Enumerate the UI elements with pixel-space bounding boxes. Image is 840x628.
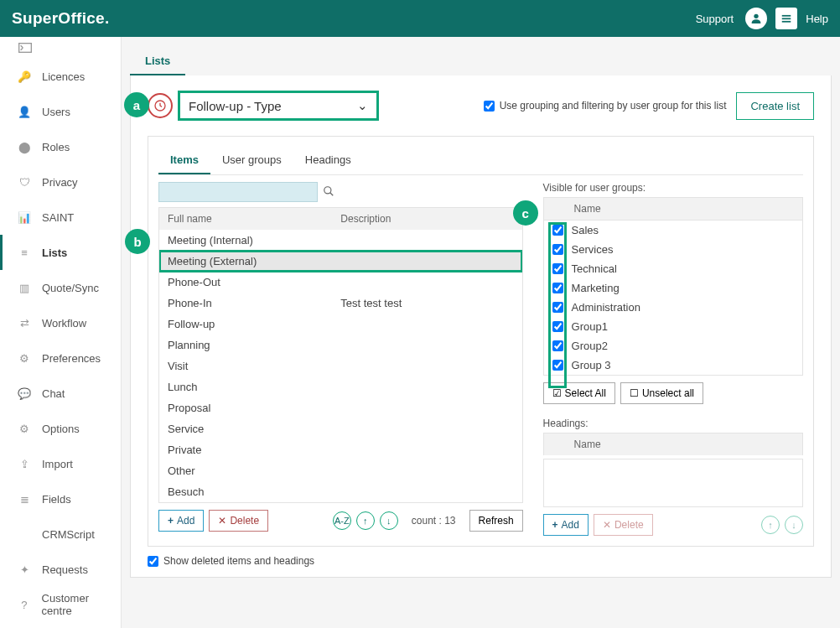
sidebar-item-requests[interactable]: ✦Requests — [0, 552, 121, 587]
sidebar-item-label: Roles — [42, 141, 70, 153]
sidebar-item-crmscript[interactable]: CRMScript — [0, 516, 121, 552]
sidebar-icon: ▥ — [15, 278, 34, 297]
user-group-checkbox[interactable] — [552, 360, 563, 371]
headings-header-name[interactable]: Name — [574, 439, 601, 450]
sidebar-item-fields[interactable]: ≣Fields — [0, 481, 121, 516]
show-deleted-input[interactable] — [148, 556, 158, 567]
sidebar-item-lists[interactable]: ≡Lists — [0, 235, 121, 270]
user-group-row[interactable]: Marketing — [544, 278, 802, 298]
sidebar-item-privacy[interactable]: 🛡Privacy — [0, 164, 121, 200]
list-item[interactable]: Visit — [159, 356, 522, 376]
svg-rect-4 — [19, 44, 32, 53]
list-item[interactable]: Phone-InTest test test — [159, 293, 522, 314]
list-item[interactable]: Lunch — [159, 376, 522, 397]
sidebar-item-options[interactable]: ⚙Options — [0, 411, 121, 446]
subtab-items[interactable]: Items — [158, 147, 210, 174]
profile-icon[interactable] — [745, 8, 767, 29]
user-group-checkbox[interactable] — [552, 302, 563, 313]
menu-icon[interactable] — [775, 8, 797, 29]
item-count: count : 13 — [412, 515, 456, 527]
list-item[interactable]: Planning — [159, 335, 522, 356]
grouping-checkbox[interactable]: Use grouping and filtering by user group… — [484, 100, 727, 112]
show-deleted-checkbox[interactable]: Show deleted items and headings — [148, 555, 814, 567]
list-item[interactable]: Phone-Out — [159, 272, 522, 293]
collapse-icon[interactable] — [0, 37, 121, 59]
user-group-row[interactable]: Services — [544, 240, 802, 259]
subtabs: ItemsUser groupsHeadings — [158, 147, 803, 175]
sidebar-item-label: Fields — [42, 493, 71, 506]
search-input[interactable] — [158, 182, 318, 202]
sidebar-item-users[interactable]: 👤Users — [0, 94, 121, 129]
headings-grid — [543, 459, 803, 507]
list-item[interactable]: Other — [159, 460, 522, 481]
list-item[interactable]: Proposal — [159, 397, 522, 418]
main-content: Lists a Follow-up - Type ⌄ Use grouping … — [122, 37, 840, 628]
sidebar-item-import[interactable]: ⇪Import — [0, 446, 121, 481]
heading-up-button[interactable]: ↑ — [761, 516, 780, 534]
grouping-checkbox-input[interactable] — [484, 101, 495, 112]
callout-a: a — [124, 92, 149, 117]
user-group-checkbox[interactable] — [552, 340, 563, 351]
unselect-all-button[interactable]: ☐ Unselect all — [620, 382, 703, 404]
sidebar-icon: ? — [15, 595, 34, 614]
user-group-checkbox[interactable] — [552, 321, 563, 332]
select-all-button[interactable]: ☑ Select All — [543, 382, 615, 404]
delete-item-button[interactable]: ✕ Delete — [209, 510, 268, 532]
list-item[interactable]: Private — [159, 439, 522, 460]
sidebar-item-licences[interactable]: 🔑Licences — [0, 59, 121, 94]
tab-lists[interactable]: Lists — [130, 48, 185, 75]
user-group-checkbox[interactable] — [552, 283, 563, 293]
list-item[interactable]: Service — [159, 418, 522, 439]
create-list-button[interactable]: Create list — [736, 92, 814, 120]
topbar: SuperOffice. Support Help — [0, 0, 840, 37]
help-link[interactable]: Help — [806, 13, 828, 25]
list-item[interactable]: Follow-up — [159, 314, 522, 335]
user-group-row[interactable]: Group 3 — [544, 356, 802, 375]
sidebar-item-label: Lists — [42, 247, 67, 259]
search-icon — [323, 185, 334, 200]
sidebar-item-workflow[interactable]: ⇄Workflow — [0, 305, 121, 340]
sidebar-icon: ⚙ — [15, 419, 34, 438]
heading-down-button[interactable]: ↓ — [785, 516, 803, 534]
add-heading-button[interactable]: +Add — [543, 514, 589, 536]
user-group-checkbox[interactable] — [552, 225, 563, 236]
refresh-button[interactable]: Refresh — [469, 510, 523, 532]
sidebar-icon: 🔑 — [15, 67, 34, 86]
move-up-button[interactable]: ↑ — [356, 511, 375, 530]
user-group-row[interactable]: Group1 — [544, 317, 802, 336]
sidebar-item-label: Options — [42, 423, 80, 435]
sidebar-item-label: Privacy — [42, 176, 78, 189]
user-group-row[interactable]: Group2 — [544, 336, 802, 356]
sidebar-icon: 💬 — [15, 384, 34, 402]
sidebar-item-saint[interactable]: 📊SAINT — [0, 200, 121, 235]
delete-heading-button[interactable]: ✕ Delete — [594, 514, 653, 536]
sidebar-item-preferences[interactable]: ⚙Preferences — [0, 340, 121, 376]
list-type-select[interactable]: Follow-up - Type ⌄ — [178, 91, 379, 121]
support-link[interactable]: Support — [696, 13, 734, 25]
user-group-row[interactable]: Technical — [544, 259, 802, 278]
col-header-description[interactable]: Description — [340, 213, 513, 225]
subtab-headings[interactable]: Headings — [293, 147, 363, 174]
user-group-row[interactable]: Administration — [544, 298, 802, 317]
user-group-checkbox[interactable] — [552, 263, 563, 274]
list-type-value: Follow-up - Type — [189, 99, 282, 113]
user-group-row[interactable]: Sales — [544, 221, 802, 240]
add-item-button[interactable]: +Add — [158, 510, 204, 532]
subtab-user-groups[interactable]: User groups — [210, 147, 293, 174]
sidebar-icon — [15, 525, 34, 543]
move-down-button[interactable]: ↓ — [380, 511, 398, 530]
vug-header-name[interactable]: Name — [574, 203, 601, 215]
sidebar: 🔑Licences👤Users⬤Roles🛡Privacy📊SAINT≡List… — [0, 37, 122, 628]
sort-az-button[interactable]: A-Z — [333, 511, 351, 530]
sidebar-item-roles[interactable]: ⬤Roles — [0, 129, 121, 164]
list-item[interactable]: Meeting (External) — [159, 251, 522, 272]
list-item[interactable]: Meeting (Internal) — [159, 230, 522, 251]
sidebar-item-customer-centre[interactable]: ?Customer centre — [0, 587, 121, 622]
col-header-fullname[interactable]: Full name — [168, 213, 340, 225]
sidebar-item-chat[interactable]: 💬Chat — [0, 376, 121, 411]
svg-rect-1 — [782, 15, 791, 17]
sidebar-icon: ⬤ — [15, 138, 34, 156]
sidebar-item-quote-sync[interactable]: ▥Quote/Sync — [0, 270, 121, 305]
list-item[interactable]: Besuch — [159, 481, 522, 502]
user-group-checkbox[interactable] — [552, 244, 563, 255]
